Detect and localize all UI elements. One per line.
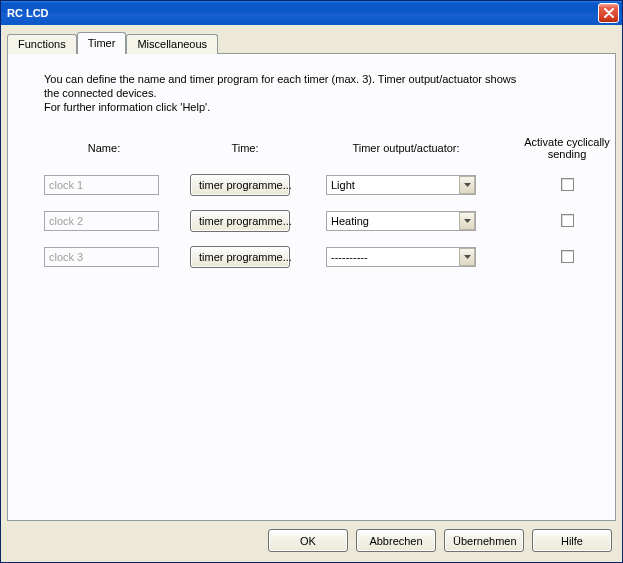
window-title: RC LCD [7,1,598,25]
activate-cell-1 [512,178,622,193]
activate-cell-3 [512,250,622,265]
timer-grid: Name: Time: Timer output/actuator: Activ… [44,136,591,268]
help-button[interactable]: Hilfe [532,529,612,552]
tab-panel: You can define the name and timer progra… [7,53,616,521]
header-activate-line1: Activate cyclically [524,136,610,148]
desc-line2: the connected devices. [44,87,157,99]
tab-timer[interactable]: Timer [77,32,127,54]
dialog-button-bar: OK Abbrechen Übernehmen Hilfe [7,521,616,556]
desc-line1: You can define the name and timer progra… [44,73,516,85]
activate-checkbox-3[interactable] [561,250,574,263]
timer-programme-button-1[interactable]: timer programme... [190,174,290,196]
name-input-1[interactable] [44,175,159,195]
activate-checkbox-1[interactable] [561,178,574,191]
description-text: You can define the name and timer progra… [44,72,591,114]
output-combo-2[interactable]: Heating [326,211,476,231]
chevron-down-icon [459,176,475,194]
tab-miscellaneous[interactable]: Miscellaneous [126,34,218,54]
output-value-3: ---------- [331,251,459,263]
output-combo-1[interactable]: Light [326,175,476,195]
header-output: Timer output/actuator: [326,142,486,154]
activate-checkbox-2[interactable] [561,214,574,227]
apply-button[interactable]: Übernehmen [444,529,524,552]
titlebar: RC LCD [1,1,622,25]
client-area: Functions Timer Miscellaneous You can de… [1,25,622,562]
timer-programme-button-2[interactable]: timer programme... [190,210,290,232]
output-combo-3[interactable]: ---------- [326,247,476,267]
tab-functions[interactable]: Functions [7,34,77,54]
header-name: Name: [44,142,164,154]
window-frame: RC LCD Functions Timer Miscellaneous You… [0,0,623,563]
ok-button[interactable]: OK [268,529,348,552]
chevron-down-icon [459,248,475,266]
chevron-down-icon [459,212,475,230]
timer-programme-button-3[interactable]: timer programme... [190,246,290,268]
activate-cell-2 [512,214,622,229]
desc-line3: For further information click 'Help'. [44,101,210,113]
close-icon [604,8,614,18]
header-activate: Activate cyclically sending [512,136,622,160]
output-value-1: Light [331,179,459,191]
cancel-button[interactable]: Abbrechen [356,529,436,552]
output-value-2: Heating [331,215,459,227]
window-close-button[interactable] [598,3,619,23]
header-time: Time: [190,142,300,154]
tabstrip: Functions Timer Miscellaneous [7,32,616,54]
header-activate-line2: sending [548,148,587,160]
name-input-2[interactable] [44,211,159,231]
name-input-3[interactable] [44,247,159,267]
